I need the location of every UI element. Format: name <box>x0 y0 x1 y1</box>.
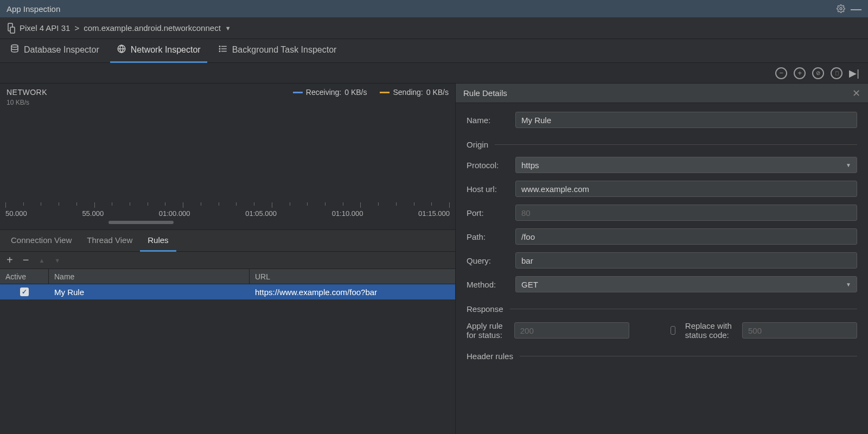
globe-icon <box>117 44 126 56</box>
apply-status-field[interactable] <box>514 322 629 339</box>
details-title: Rule Details <box>463 88 507 98</box>
subtab-rules[interactable]: Rules <box>140 230 176 252</box>
zoom-out-icon[interactable]: − <box>775 67 787 79</box>
rules-toolbar: + − ▲ ▼ <box>0 252 455 269</box>
timeline-scrollbar-thumb[interactable] <box>108 221 174 224</box>
divider <box>495 144 857 145</box>
col-header-name[interactable]: Name <box>49 269 250 284</box>
response-section-header: Response <box>467 304 503 314</box>
port-field[interactable] <box>515 205 857 221</box>
move-down-icon: ▼ <box>54 257 60 264</box>
go-to-live-icon[interactable]: ▶| <box>849 67 859 79</box>
panel-title: App Inspection <box>7 4 60 14</box>
tab-label: Database Inspector <box>24 45 99 55</box>
name-field[interactable] <box>515 112 857 128</box>
graph-title: NETWORK <box>7 88 47 97</box>
origin-section-header: Origin <box>467 140 488 149</box>
gear-icon[interactable] <box>837 4 845 13</box>
tab-network-inspector[interactable]: Network Inspector <box>110 39 207 63</box>
subtab-connection-view[interactable]: Connection View <box>3 230 79 252</box>
svg-point-9 <box>219 48 220 49</box>
time-axis[interactable]: 50.000 55.000 01:00.000 01:05.000 01:10.… <box>5 202 450 224</box>
y-axis-label: 10 KB/s <box>0 99 455 106</box>
col-header-active[interactable]: Active <box>0 269 49 284</box>
divider <box>510 309 857 309</box>
breadcrumb-separator: > <box>74 23 79 33</box>
path-label: Path: <box>467 232 509 241</box>
list-icon <box>218 44 228 56</box>
device-name: Pixel 4 API 31 <box>20 23 70 33</box>
rules-table: Active Name URL ✓ My Rule https://www.ex… <box>0 269 455 434</box>
titlebar: App Inspection — <box>0 0 868 17</box>
tick: 01:15.000 <box>418 209 450 218</box>
tab-label: Background Task Inspector <box>232 45 337 55</box>
legend-receiving: Receiving: 0 KB/s <box>293 88 367 97</box>
cell-url: https://www.example.com/foo?bar <box>250 288 455 297</box>
replace-checkbox[interactable] <box>671 326 675 335</box>
database-icon <box>10 44 20 56</box>
details-header: Rule Details ✕ <box>456 84 868 103</box>
remove-rule-button[interactable]: − <box>23 254 29 266</box>
zoom-in-icon[interactable]: + <box>794 67 806 79</box>
add-rule-button[interactable]: + <box>7 254 13 266</box>
tick: 01:10.000 <box>332 209 363 218</box>
tab-background-task-inspector[interactable]: Background Task Inspector <box>212 39 343 63</box>
swatch-blue <box>293 92 303 93</box>
tick: 50.000 <box>5 209 27 218</box>
chevron-down-icon[interactable]: ▼ <box>225 25 231 31</box>
replace-status-field[interactable] <box>742 322 857 339</box>
tab-database-inspector[interactable]: Database Inspector <box>3 39 106 63</box>
port-label: Port: <box>467 208 509 218</box>
host-field[interactable] <box>515 181 857 197</box>
tick: 55.000 <box>82 209 104 218</box>
svg-point-3 <box>11 45 18 48</box>
inspector-tabs: Database Inspector Network Inspector Bac… <box>0 39 868 63</box>
protocol-select[interactable]: https ▼ <box>515 157 857 173</box>
subtab-thread-view[interactable]: Thread View <box>79 230 140 252</box>
tick: 01:00.000 <box>159 209 190 218</box>
cell-name: My Rule <box>49 288 250 297</box>
zoom-selection-icon[interactable]: ⎕ <box>831 67 843 79</box>
col-header-url[interactable]: URL <box>250 269 455 284</box>
package-name: com.example.android.networkconnect <box>84 23 221 33</box>
reset-zoom-icon[interactable]: ⊘ <box>812 67 824 79</box>
svg-point-0 <box>840 8 842 10</box>
query-field[interactable] <box>515 252 857 269</box>
move-up-icon: ▲ <box>39 257 44 264</box>
legend-sending: Sending: 0 KB/s <box>380 88 449 97</box>
divider <box>520 356 857 356</box>
svg-point-10 <box>219 51 220 52</box>
path-field[interactable] <box>515 228 857 245</box>
name-label: Name: <box>467 116 509 125</box>
method-select[interactable]: GET ▼ <box>515 276 857 292</box>
device-icon <box>7 23 15 34</box>
host-label: Host url: <box>467 184 509 194</box>
svg-rect-2 <box>10 27 15 33</box>
close-icon[interactable]: ✕ <box>852 87 860 99</box>
tab-label: Network Inspector <box>131 45 201 55</box>
apply-status-label: Apply rule for status: <box>467 321 505 340</box>
timeline-toolbar: − + ⊘ ⎕ ▶| <box>0 63 868 84</box>
svg-point-8 <box>219 46 220 47</box>
table-row[interactable]: ✓ My Rule https://www.example.com/foo?ba… <box>0 284 455 299</box>
swatch-orange <box>380 92 390 93</box>
tick: 01:05.000 <box>245 209 277 218</box>
protocol-label: Protocol: <box>467 161 509 170</box>
query-label: Query: <box>467 256 509 265</box>
network-graph: NETWORK Receiving: 0 KB/s Sending: 0 KB/… <box>0 84 455 230</box>
header-rules-section-header: Header rules <box>467 352 513 361</box>
breadcrumb[interactable]: Pixel 4 API 31 > com.example.android.net… <box>0 17 868 39</box>
chevron-down-icon: ▼ <box>846 162 851 168</box>
network-subtabs: Connection View Thread View Rules <box>0 230 455 252</box>
method-label: Method: <box>467 280 509 289</box>
replace-status-label: Replace with status code: <box>685 321 732 340</box>
chevron-down-icon: ▼ <box>846 282 851 288</box>
minimize-icon[interactable]: — <box>851 3 861 15</box>
active-checkbox[interactable]: ✓ <box>20 288 29 296</box>
